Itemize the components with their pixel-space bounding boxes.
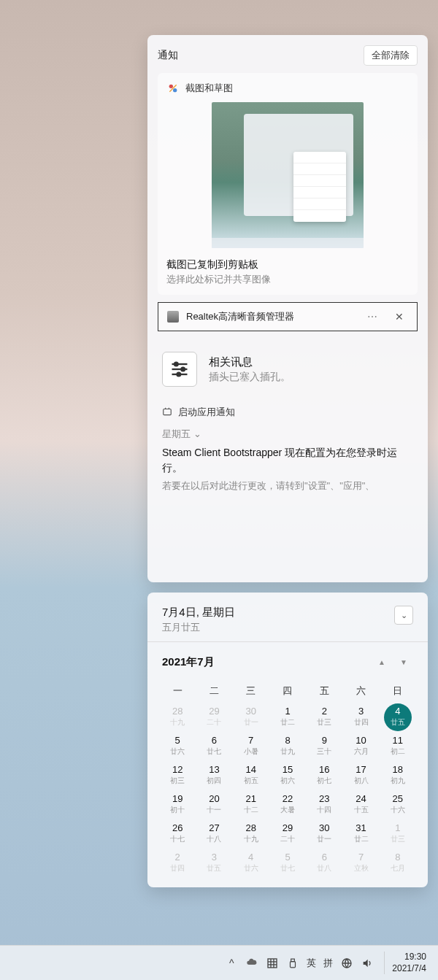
chevron-down-icon: ⌄ <box>401 611 407 620</box>
day-number: 3 <box>342 706 379 717</box>
day-lunar: 初三 <box>159 776 196 786</box>
svg-rect-8 <box>164 409 172 414</box>
calendar-day[interactable]: 21十二 <box>233 791 269 819</box>
next-month-button[interactable]: ▼ <box>394 652 413 671</box>
notification-message-title: 截图已复制到剪贴板 <box>166 258 409 271</box>
notification-message-sub: 选择此处标记并共享图像 <box>166 273 409 286</box>
calendar-date-main: 7月4日, 星期日 <box>162 606 235 620</box>
day-number: 8 <box>269 735 306 746</box>
day-number: 15 <box>269 764 306 775</box>
taskbar-clock[interactable]: 19:30 2021/7/4 <box>384 952 434 974</box>
calendar-day[interactable]: 26十七 <box>159 820 196 848</box>
day-lunar: 十二 <box>233 805 269 815</box>
divider <box>147 641 428 642</box>
calendar-dow: 日 <box>380 680 416 702</box>
calendar-day[interactable]: 30廿一 <box>233 703 269 731</box>
calendar-day[interactable]: 9三十 <box>306 733 342 760</box>
day-lunar: 廿三 <box>306 717 342 728</box>
day-lunar: 十八 <box>196 834 232 844</box>
calendar-day[interactable]: 3廿四 <box>342 703 379 731</box>
ime-language[interactable]: 英 <box>307 957 316 970</box>
calendar-day[interactable]: 29二十 <box>269 820 306 848</box>
prev-month-button[interactable]: ▲ <box>372 652 391 671</box>
calendar-day[interactable]: 19初十 <box>159 791 196 819</box>
calendar-day[interactable]: 12初三 <box>159 762 196 790</box>
onedrive-icon[interactable] <box>245 957 258 970</box>
calendar-day[interactable]: 14初五 <box>233 762 269 790</box>
calendar-day[interactable]: 16初七 <box>306 762 342 790</box>
calendar-day[interactable]: 10六月 <box>342 733 379 760</box>
calendar-day[interactable]: 5廿七 <box>269 849 306 877</box>
notification-title: 通知 <box>158 49 178 62</box>
day-number: 29 <box>269 822 306 833</box>
screenshot-thumbnail[interactable] <box>212 102 364 248</box>
calendar-day[interactable]: 1廿二 <box>269 703 306 731</box>
calendar-day[interactable]: 6廿八 <box>306 849 342 877</box>
calendar-day[interactable]: 2廿三 <box>306 703 342 731</box>
clear-all-button[interactable]: 全部清除 <box>364 45 418 66</box>
calendar-month-label[interactable]: 2021年7月 <box>162 655 215 669</box>
calendar-dow: 五 <box>306 680 342 702</box>
calendar-day[interactable]: 11初二 <box>380 733 416 760</box>
day-number: 4 <box>384 706 412 717</box>
calendar-day[interactable]: 4廿五 <box>384 703 412 731</box>
calendar-day[interactable]: 6廿七 <box>196 733 232 760</box>
calendar-day[interactable]: 28十九 <box>233 820 269 848</box>
tray-overflow-icon[interactable]: ^ <box>225 957 238 970</box>
calendar-day[interactable]: 22大暑 <box>269 791 306 819</box>
calendar-day[interactable]: 24十五 <box>342 791 379 819</box>
calendar-day[interactable]: 8七月 <box>380 849 416 877</box>
calendar-day[interactable]: 29二十 <box>196 703 232 731</box>
ime-mode[interactable]: 拼 <box>323 957 333 970</box>
notification-realtek-body[interactable]: 相关讯息 插头已塞入插孔。 <box>158 339 418 400</box>
day-number: 1 <box>269 706 306 717</box>
calendar-month-row: 2021年7月 ▲ ▼ <box>158 649 418 677</box>
taskbar: ^ 英 拼 19:30 2021/7/4 <box>0 945 438 980</box>
chevron-up-icon: ▲ <box>378 658 385 666</box>
calendar-day[interactable]: 7立秋 <box>342 849 379 877</box>
day-number: 14 <box>233 764 269 775</box>
calendar-day[interactable]: 25十六 <box>380 791 416 819</box>
notification-startup[interactable]: 启动应用通知 星期五 ⌄ Steam Client Bootstrapper 现… <box>158 400 418 498</box>
day-lunar: 廿四 <box>159 863 196 873</box>
calendar-dow: 一 <box>159 680 196 702</box>
notification-realtek-header[interactable]: Realtek高清晰音频管理器 ⋯ ✕ <box>158 302 418 331</box>
day-lunar: 初六 <box>269 776 306 786</box>
notification-snip[interactable]: 截图和草图 截图已复制到剪贴板 选择此处标记并共享图像 <box>158 73 418 295</box>
svg-rect-9 <box>268 959 277 968</box>
calendar-day[interactable]: 7小暑 <box>233 733 269 760</box>
calendar-day[interactable]: 5廿六 <box>159 733 196 760</box>
calendar-day[interactable]: 23十四 <box>306 791 342 819</box>
volume-icon[interactable] <box>361 957 374 970</box>
calendar-day[interactable]: 27十八 <box>196 820 232 848</box>
day-number: 12 <box>159 764 196 775</box>
more-icon[interactable]: ⋯ <box>363 311 383 323</box>
calendar-day[interactable]: 31廿二 <box>342 820 379 848</box>
close-icon[interactable]: ✕ <box>391 311 408 323</box>
calendar-day[interactable]: 8廿九 <box>269 733 306 760</box>
network-icon[interactable] <box>340 957 353 970</box>
calendar-day[interactable]: 18初九 <box>380 762 416 790</box>
calendar-day[interactable]: 4廿六 <box>233 849 269 877</box>
startup-app-icon <box>162 406 172 419</box>
calendar-day[interactable]: 15初六 <box>269 762 306 790</box>
calendar-day[interactable]: 1廿三 <box>380 820 416 848</box>
calendar-day[interactable]: 2廿四 <box>159 849 196 877</box>
usb-icon[interactable] <box>286 957 299 970</box>
notification-center: 通知 全部清除 截图和草图 截图已复制到剪贴板 选择此处标记并共享图像 Real… <box>147 35 428 582</box>
calendar-day[interactable]: 13初四 <box>196 762 232 790</box>
calendar-day[interactable]: 17初八 <box>342 762 379 790</box>
calendar-day[interactable]: 30廿一 <box>306 820 342 848</box>
realtek-info-sub: 插头已塞入插孔。 <box>209 371 291 384</box>
calendar-day[interactable]: 28十九 <box>159 703 196 731</box>
day-lunar: 大暑 <box>269 805 306 815</box>
grid-icon[interactable] <box>266 957 279 970</box>
calendar-day[interactable]: 20十一 <box>196 791 232 819</box>
clock-date: 2021/7/4 <box>392 963 426 975</box>
day-lunar: 廿四 <box>342 717 379 728</box>
day-lunar: 小暑 <box>233 746 269 757</box>
day-number: 23 <box>306 793 342 804</box>
collapse-button[interactable]: ⌄ <box>394 606 413 625</box>
day-number: 16 <box>306 764 342 775</box>
calendar-day[interactable]: 3廿五 <box>196 849 232 877</box>
